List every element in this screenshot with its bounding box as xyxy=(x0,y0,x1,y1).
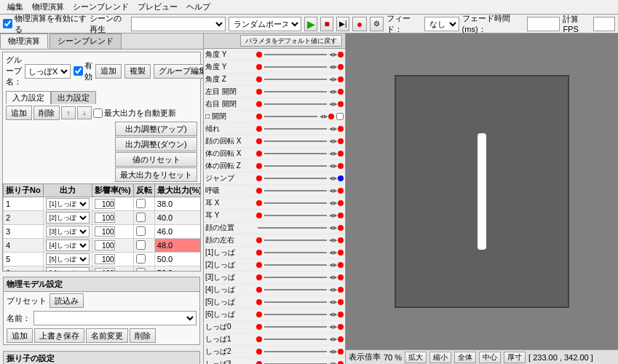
table-up-button[interactable]: ↑ xyxy=(61,106,76,119)
fps-input[interactable]: 60 xyxy=(593,17,615,31)
influence-input[interactable] xyxy=(95,254,115,264)
param-arrow-left[interactable]: ◀ xyxy=(329,52,333,58)
influence-input[interactable] xyxy=(95,199,115,209)
param-arrow-left[interactable]: ◀ xyxy=(329,101,333,107)
size-button[interactable]: 厚寸 xyxy=(504,352,526,363)
param-arrow-right[interactable]: ▶ xyxy=(333,336,337,342)
settings-button[interactable]: ⚙ xyxy=(370,17,384,31)
enabled-checkbox-label[interactable]: 有効 xyxy=(74,60,92,82)
param-arrow-left[interactable]: ◀ xyxy=(329,126,333,132)
reset-button[interactable]: 値のリセット xyxy=(115,152,197,167)
param-arrow-right[interactable]: ▶ xyxy=(333,151,337,157)
sub-tab-output[interactable]: 出力設定 xyxy=(51,91,96,104)
next-button[interactable]: ▶| xyxy=(336,17,349,31)
table-delete-button[interactable]: 削除 xyxy=(33,106,60,120)
param-arrow-left[interactable]: ◀ xyxy=(329,76,333,82)
menu-edit[interactable]: 編集 xyxy=(3,0,28,14)
param-arrow-right[interactable]: ▶ xyxy=(333,349,337,355)
output-select[interactable]: [2]しっぽ xyxy=(46,212,90,223)
reset-defaults-button[interactable]: パラメタをデフォルト値に戻す xyxy=(240,35,342,47)
output-select[interactable]: [6]しっぽ xyxy=(46,267,90,271)
param-arrow-left[interactable]: ◀ xyxy=(329,188,333,194)
param-arrow-left[interactable]: ◀ xyxy=(329,287,333,293)
param-arrow-right[interactable]: ▶ xyxy=(333,138,337,144)
sub-tab-input[interactable]: 入力設定 xyxy=(6,91,51,104)
output-down-button[interactable]: 出力調整(ダウン) xyxy=(115,137,197,151)
param-arrow-right[interactable]: ▶ xyxy=(333,324,337,330)
menu-preview[interactable]: プレビュー xyxy=(133,0,182,14)
model-add-button[interactable]: 追加 xyxy=(7,328,33,343)
load-button[interactable]: 読込み xyxy=(49,293,84,308)
param-arrow-right[interactable]: ▶ xyxy=(333,213,337,218)
invert-checkbox[interactable] xyxy=(136,213,146,222)
table-add-button[interactable]: 追加 xyxy=(6,106,32,120)
invert-checkbox[interactable] xyxy=(136,268,146,272)
param-arrow-right[interactable]: ▶ xyxy=(333,200,337,206)
shrink-button[interactable]: 縮小 xyxy=(429,352,451,363)
param-arrow-right[interactable]: ▶ xyxy=(333,361,337,364)
expand-button[interactable]: 拡大 xyxy=(405,352,427,363)
menu-physics[interactable]: 物理演算 xyxy=(28,0,68,14)
param-arrow-right[interactable]: ▶ xyxy=(333,287,337,293)
param-arrow-right[interactable]: ▶ xyxy=(333,163,337,169)
influence-input[interactable] xyxy=(95,226,115,237)
param-arrow-left[interactable]: ◀ xyxy=(329,312,333,317)
canvas-area[interactable] xyxy=(395,75,569,308)
name-select[interactable] xyxy=(33,311,197,325)
menu-scene-blend[interactable]: シーンブレンド xyxy=(68,0,133,14)
influence-input[interactable] xyxy=(95,240,115,250)
param-arrow-left[interactable]: ◀ xyxy=(329,225,333,231)
param-arrow-left[interactable]: ◀ xyxy=(329,336,333,342)
param-arrow-left[interactable]: ◀ xyxy=(329,250,333,256)
model-rename-button[interactable]: 名前変更 xyxy=(86,328,128,343)
param-checkbox[interactable] xyxy=(336,113,344,120)
param-arrow-right[interactable]: ▶ xyxy=(333,250,337,256)
param-arrow-left[interactable]: ◀ xyxy=(329,151,333,157)
param-arrow-left[interactable]: ◀ xyxy=(329,274,333,280)
param-arrow-right[interactable]: ▶ xyxy=(333,101,337,107)
param-arrow-right[interactable]: ▶ xyxy=(333,175,337,181)
param-arrow-right[interactable]: ▶ xyxy=(333,52,337,58)
param-arrow-left[interactable]: ◀ xyxy=(329,361,333,364)
invert-checkbox[interactable] xyxy=(136,254,146,264)
param-arrow-left[interactable]: ◀ xyxy=(329,213,333,218)
tab-scene-blend[interactable]: シーンブレンド xyxy=(49,33,122,49)
param-arrow-left[interactable]: ◀ xyxy=(329,299,333,305)
fit-button[interactable]: 全体 xyxy=(454,352,476,363)
model-overwrite-button[interactable]: 上書き保存 xyxy=(34,328,84,343)
stop-button[interactable]: ■ xyxy=(320,17,333,31)
param-arrow-right[interactable]: ▶ xyxy=(333,312,337,317)
scene-select[interactable] xyxy=(131,17,226,31)
param-arrow-left[interactable]: ◀ xyxy=(329,237,333,243)
output-select[interactable]: [5]しっぽ xyxy=(46,253,90,265)
invert-checkbox[interactable] xyxy=(136,240,146,250)
param-arrow-right[interactable]: ▶ xyxy=(333,188,337,194)
group-select[interactable]: しっぽX xyxy=(25,64,71,79)
output-select[interactable]: [1]しっぽ xyxy=(46,198,90,210)
max-reset-button[interactable]: 最大出力をリセット xyxy=(115,167,197,182)
output-up-button[interactable]: 出力調整(アップ) xyxy=(115,122,197,136)
output-select[interactable]: [3]しっぽ xyxy=(46,226,90,237)
param-arrow-left[interactable]: ◀ xyxy=(329,138,333,144)
param-arrow-left[interactable]: ◀ xyxy=(329,200,333,206)
physics-enable-checkbox-label[interactable]: 物理演算を有効にする xyxy=(3,13,87,35)
add-group-button[interactable]: 追加 xyxy=(95,64,122,79)
influence-input[interactable] xyxy=(95,268,115,271)
param-arrow-right[interactable]: ▶ xyxy=(324,114,328,119)
max-auto-label[interactable]: 最大出力を自動更新 xyxy=(93,108,176,119)
param-arrow-left[interactable]: ◀ xyxy=(320,114,323,119)
param-arrow-left[interactable]: ◀ xyxy=(329,163,333,169)
tab-physics[interactable]: 物理演算 xyxy=(0,33,48,49)
record-button[interactable]: ● xyxy=(352,17,366,31)
param-arrow-right[interactable]: ▶ xyxy=(333,76,337,82)
param-arrow-right[interactable]: ▶ xyxy=(333,262,337,268)
center-button[interactable]: 中心 xyxy=(479,352,501,363)
play-button[interactable]: ▶ xyxy=(304,17,317,31)
random-pose-select[interactable]: ランダムポーズ xyxy=(229,17,301,31)
param-arrow-right[interactable]: ▶ xyxy=(333,274,337,280)
copy-group-button[interactable]: 複製 xyxy=(124,64,151,79)
output-select[interactable]: [4]しっぽ xyxy=(46,240,90,251)
invert-checkbox[interactable] xyxy=(136,226,146,236)
param-arrow-left[interactable]: ◀ xyxy=(329,64,333,70)
param-arrow-right[interactable]: ▶ xyxy=(333,299,337,305)
